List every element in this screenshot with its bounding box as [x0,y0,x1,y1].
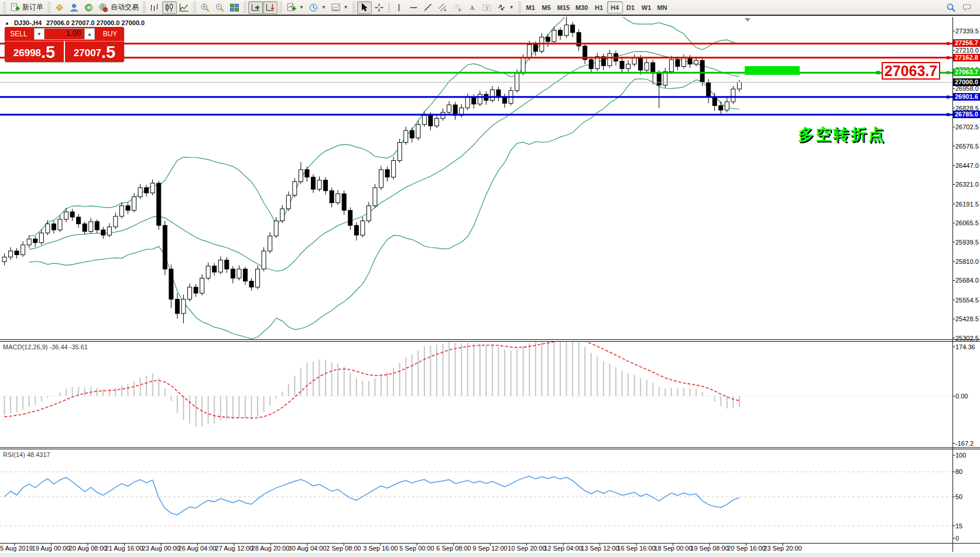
horizontal-line-icon [409,3,419,12]
new-order-button[interactable]: 新订单 [8,1,46,14]
price-level-label: 26785.0 [953,111,980,118]
new-order-label: 新订单 [22,2,43,12]
timeframe-button-h1[interactable]: H1 [591,1,607,13]
arrows-menu-button[interactable]: ▼ [494,1,516,14]
search-icon[interactable] [946,3,956,12]
sell-price-button[interactable]: 26998 .5 [5,41,64,62]
autotrade-button[interactable]: 自动交易 [96,1,141,14]
volume-input[interactable]: 1.00 [44,28,84,40]
text-label-icon: T [482,3,492,12]
auto-scroll-button[interactable] [248,1,263,14]
price-tick-label: 25302.5 [955,335,980,342]
new-order-icon [10,3,20,12]
equidistant-channel-icon: E [438,3,448,12]
volume-decrease-button[interactable]: ▼ [34,28,44,40]
price-tick-label: 25554.5 [955,297,980,304]
buy-price-button[interactable]: 27007 .5 [65,41,124,62]
macd-tick-label: 0.00 [955,393,980,400]
sell-button[interactable]: SELL [5,27,33,41]
zoom-in-icon [200,3,210,12]
signals-button[interactable] [81,1,96,14]
market-watch-button[interactable] [52,1,67,14]
timeframe-button-m5[interactable]: M5 [539,1,554,13]
bar-chart-mode-button[interactable] [148,1,162,14]
toolbar-separator [389,2,389,13]
buy-price-int: 27007 [74,46,101,61]
timeframe-button-h4[interactable]: H4 [607,1,623,13]
chart-shift-button[interactable] [263,1,277,14]
timeframe-button-w1[interactable]: W1 [639,1,655,13]
candlestick-mode-button[interactable] [162,1,177,14]
price-tick-label: 25428.5 [955,315,980,322]
window-bottom-strip [0,553,980,557]
sell-price-int: 26998 [13,46,41,61]
symbol-period-label: DJ30-,H4 [14,19,42,26]
macd-indicator-label: MACD(12,26,9) -36.44 -35.61 [3,343,88,350]
profile-button[interactable] [67,1,81,14]
trendline-tool-button[interactable] [421,1,436,14]
timeframe-group: M1M5M15M30H1H4D1W1MN [523,1,670,13]
rsi-tick-label: 0 [955,535,980,542]
macd-tick-label: -167.2 [955,440,980,447]
toolbar-grip[interactable] [279,2,282,13]
price-flag-label[interactable]: 27063.7 [882,62,940,80]
rsi-indicator-label: RSI(14) 48.4317 [3,451,50,458]
timeframe-button-d1[interactable]: D1 [623,1,639,13]
tile-windows-button[interactable] [227,1,242,14]
price-level-label: 27063.7 [953,68,980,76]
channel-tool-button[interactable]: E [436,1,450,14]
autotrade-label: 自动交易 [111,2,139,12]
crosshair-tool-button[interactable] [372,1,386,14]
timeframe-button-mn[interactable]: MN [655,1,670,13]
buy-price-frac: .5 [101,43,115,61]
toolbar-grip[interactable] [143,2,146,13]
fibonacci-tool-button[interactable]: F [450,1,465,14]
price-tick-label: 27210.0 [955,47,980,54]
rsi-tick-label: 100 [955,452,980,459]
toolbar-grip[interactable] [244,2,246,13]
auto-scroll-icon [251,3,261,12]
indicators-menu-button[interactable]: ▼ [284,1,306,14]
svg-text:E: E [444,8,446,12]
candlestick-icon [165,3,174,12]
buy-button[interactable]: BUY [96,27,124,41]
toolbar-grip[interactable] [518,2,521,13]
text-tool-button[interactable]: A [465,1,479,14]
zoom-in-button[interactable] [198,1,213,14]
timeframe-button-m30[interactable]: M30 [573,1,591,13]
rsi-tick-label: 15 [955,522,980,530]
timeframe-button-m15[interactable]: M15 [554,1,573,13]
price-level-label: 26901.6 [953,93,980,101]
templates-menu-button[interactable]: ▼ [328,1,351,14]
signal-orb-icon [84,3,94,12]
autotrade-icon [98,3,108,12]
price-tick-label: 26191.5 [955,201,980,208]
toolbar-grip[interactable] [193,2,196,13]
sell-price-frac: .5 [41,43,55,61]
zoom-out-button[interactable] [213,1,227,14]
turning-point-annotation[interactable]: 多空转折点 [798,124,886,145]
time-tick-label: 23 Sep 20:00 [759,545,806,552]
text-label-tool-button[interactable]: T [479,1,494,14]
cursor-tool-button[interactable] [357,1,372,14]
timeframe-button-m1[interactable]: M1 [523,1,539,13]
bar-chart-icon [150,3,160,12]
gold-gem-icon [54,3,64,12]
price-level-label: 27162.8 [953,54,980,61]
panel-collapse-icon[interactable]: ▲ [5,20,9,26]
horizontal-line-tool-button[interactable] [406,1,421,14]
price-tick-label: 25684.0 [955,277,980,284]
toolbar-grip[interactable] [352,2,355,13]
periods-menu-button[interactable]: ▼ [306,1,328,14]
macd-tick-label: 174.36 [955,343,980,350]
toolbar-grip[interactable] [47,2,50,13]
volume-increase-button[interactable]: ▲ [84,28,95,40]
line-chart-mode-button[interactable] [177,1,191,14]
vertical-line-tool-button[interactable] [392,1,406,14]
rsi-tick-label: 80 [955,468,980,475]
chart-shift-icon [265,3,275,12]
clock-icon [309,3,318,12]
toolbar-grip[interactable] [3,2,6,13]
templates-icon [331,3,341,12]
chat-icon[interactable] [962,3,972,12]
